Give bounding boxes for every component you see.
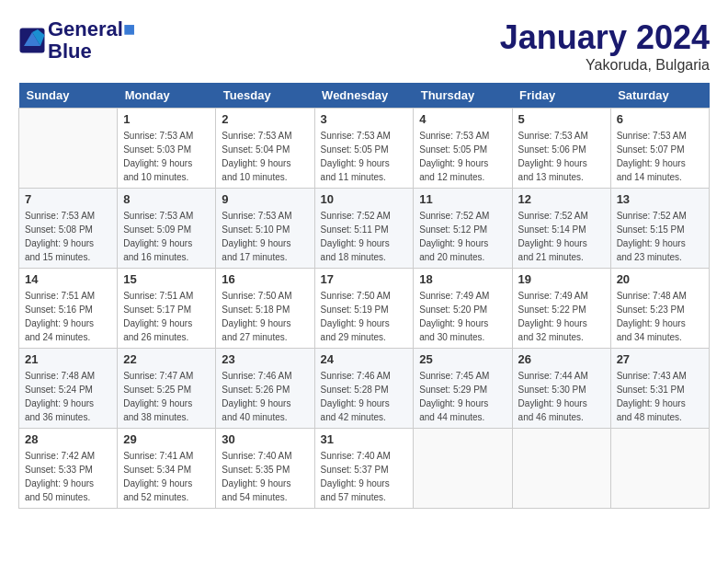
day-number: 7 xyxy=(25,192,111,206)
weekday-header-cell: Sunday xyxy=(19,83,118,109)
day-info: Sunrise: 7:53 AMSunset: 5:10 PMDaylight:… xyxy=(222,209,308,264)
calendar-cell: 12Sunrise: 7:52 AMSunset: 5:14 PMDayligh… xyxy=(512,189,610,269)
day-info: Sunrise: 7:50 AMSunset: 5:18 PMDaylight:… xyxy=(222,289,308,344)
calendar-cell: 2Sunrise: 7:53 AMSunset: 5:04 PMDaylight… xyxy=(216,109,314,189)
day-info: Sunrise: 7:52 AMSunset: 5:14 PMDaylight:… xyxy=(518,209,605,264)
logo-text: General■ Blue xyxy=(48,18,135,63)
calendar-cell: 13Sunrise: 7:52 AMSunset: 5:15 PMDayligh… xyxy=(610,189,709,269)
day-number: 30 xyxy=(222,432,308,446)
calendar-cell: 6Sunrise: 7:53 AMSunset: 5:07 PMDaylight… xyxy=(610,109,709,189)
day-number: 26 xyxy=(518,352,605,366)
calendar-cell: 23Sunrise: 7:46 AMSunset: 5:26 PMDayligh… xyxy=(216,349,314,429)
calendar-cell: 15Sunrise: 7:51 AMSunset: 5:17 PMDayligh… xyxy=(118,269,216,349)
day-info: Sunrise: 7:46 AMSunset: 5:28 PMDaylight:… xyxy=(321,369,408,424)
calendar-cell: 7Sunrise: 7:53 AMSunset: 5:08 PMDaylight… xyxy=(19,189,118,269)
day-number: 10 xyxy=(321,192,408,206)
calendar-cell: 21Sunrise: 7:48 AMSunset: 5:24 PMDayligh… xyxy=(19,349,118,429)
day-info: Sunrise: 7:53 AMSunset: 5:09 PMDaylight:… xyxy=(123,209,210,264)
day-info: Sunrise: 7:52 AMSunset: 5:12 PMDaylight:… xyxy=(419,209,506,264)
calendar-cell: 10Sunrise: 7:52 AMSunset: 5:11 PMDayligh… xyxy=(314,189,414,269)
calendar-cell: 24Sunrise: 7:46 AMSunset: 5:28 PMDayligh… xyxy=(314,349,414,429)
weekday-header-row: SundayMondayTuesdayWednesdayThursdayFrid… xyxy=(19,83,710,109)
calendar-cell: 31Sunrise: 7:40 AMSunset: 5:37 PMDayligh… xyxy=(314,429,414,509)
day-info: Sunrise: 7:47 AMSunset: 5:25 PMDaylight:… xyxy=(123,369,210,424)
day-number: 5 xyxy=(518,112,605,126)
calendar-cell: 14Sunrise: 7:51 AMSunset: 5:16 PMDayligh… xyxy=(19,269,118,349)
calendar-cell: 19Sunrise: 7:49 AMSunset: 5:22 PMDayligh… xyxy=(512,269,610,349)
day-number: 8 xyxy=(123,192,210,206)
day-number: 2 xyxy=(222,112,308,126)
day-info: Sunrise: 7:42 AMSunset: 5:33 PMDaylight:… xyxy=(25,449,111,504)
day-info: Sunrise: 7:49 AMSunset: 5:22 PMDaylight:… xyxy=(518,289,605,344)
calendar-row: 21Sunrise: 7:48 AMSunset: 5:24 PMDayligh… xyxy=(19,349,710,429)
day-number: 29 xyxy=(123,432,210,446)
month-year-title: January 2024 xyxy=(500,18,710,57)
day-number: 14 xyxy=(25,272,111,286)
day-info: Sunrise: 7:40 AMSunset: 5:35 PMDaylight:… xyxy=(222,449,308,504)
day-info: Sunrise: 7:40 AMSunset: 5:37 PMDaylight:… xyxy=(321,449,408,504)
day-number: 21 xyxy=(25,352,111,366)
day-info: Sunrise: 7:53 AMSunset: 5:03 PMDaylight:… xyxy=(123,129,210,184)
day-number: 23 xyxy=(222,352,308,366)
day-number: 27 xyxy=(617,352,703,366)
calendar-cell: 17Sunrise: 7:50 AMSunset: 5:19 PMDayligh… xyxy=(314,269,414,349)
day-number: 22 xyxy=(123,352,210,366)
location-subtitle: Yakoruda, Bulgaria xyxy=(500,57,710,74)
page-header: General■ Blue January 2024 Yakoruda, Bul… xyxy=(18,18,710,74)
day-info: Sunrise: 7:53 AMSunset: 5:08 PMDaylight:… xyxy=(25,209,111,264)
calendar-cell: 4Sunrise: 7:53 AMSunset: 5:05 PMDaylight… xyxy=(414,109,512,189)
calendar-cell: 22Sunrise: 7:47 AMSunset: 5:25 PMDayligh… xyxy=(118,349,216,429)
logo: General■ Blue xyxy=(18,18,135,63)
day-info: Sunrise: 7:53 AMSunset: 5:04 PMDaylight:… xyxy=(222,129,308,184)
calendar-cell: 29Sunrise: 7:41 AMSunset: 5:34 PMDayligh… xyxy=(118,429,216,509)
day-info: Sunrise: 7:49 AMSunset: 5:20 PMDaylight:… xyxy=(419,289,506,344)
day-info: Sunrise: 7:48 AMSunset: 5:23 PMDaylight:… xyxy=(617,289,703,344)
calendar-cell: 11Sunrise: 7:52 AMSunset: 5:12 PMDayligh… xyxy=(414,189,512,269)
calendar-row: 14Sunrise: 7:51 AMSunset: 5:16 PMDayligh… xyxy=(19,269,710,349)
day-info: Sunrise: 7:53 AMSunset: 5:05 PMDaylight:… xyxy=(321,129,408,184)
day-info: Sunrise: 7:53 AMSunset: 5:06 PMDaylight:… xyxy=(518,129,605,184)
day-number: 16 xyxy=(222,272,308,286)
calendar-cell: 20Sunrise: 7:48 AMSunset: 5:23 PMDayligh… xyxy=(610,269,709,349)
day-info: Sunrise: 7:53 AMSunset: 5:05 PMDaylight:… xyxy=(419,129,506,184)
title-block: January 2024 Yakoruda, Bulgaria xyxy=(500,18,710,74)
calendar-cell: 27Sunrise: 7:43 AMSunset: 5:31 PMDayligh… xyxy=(610,349,709,429)
calendar-cell: 5Sunrise: 7:53 AMSunset: 5:06 PMDaylight… xyxy=(512,109,610,189)
day-number: 3 xyxy=(321,112,408,126)
day-number: 31 xyxy=(321,432,408,446)
day-info: Sunrise: 7:52 AMSunset: 5:11 PMDaylight:… xyxy=(321,209,408,264)
calendar-cell xyxy=(414,429,512,509)
calendar-cell: 16Sunrise: 7:50 AMSunset: 5:18 PMDayligh… xyxy=(216,269,314,349)
day-info: Sunrise: 7:41 AMSunset: 5:34 PMDaylight:… xyxy=(123,449,210,504)
weekday-header-cell: Saturday xyxy=(610,83,709,109)
day-info: Sunrise: 7:52 AMSunset: 5:15 PMDaylight:… xyxy=(617,209,703,264)
day-info: Sunrise: 7:46 AMSunset: 5:26 PMDaylight:… xyxy=(222,369,308,424)
calendar-row: 28Sunrise: 7:42 AMSunset: 5:33 PMDayligh… xyxy=(19,429,710,509)
calendar-cell: 1Sunrise: 7:53 AMSunset: 5:03 PMDaylight… xyxy=(118,109,216,189)
calendar-cell: 26Sunrise: 7:44 AMSunset: 5:30 PMDayligh… xyxy=(512,349,610,429)
calendar-row: 7Sunrise: 7:53 AMSunset: 5:08 PMDaylight… xyxy=(19,189,710,269)
day-info: Sunrise: 7:51 AMSunset: 5:17 PMDaylight:… xyxy=(123,289,210,344)
weekday-header-cell: Tuesday xyxy=(216,83,314,109)
weekday-header-cell: Thursday xyxy=(414,83,512,109)
day-info: Sunrise: 7:44 AMSunset: 5:30 PMDaylight:… xyxy=(518,369,605,424)
day-number: 1 xyxy=(123,112,210,126)
day-number: 19 xyxy=(518,272,605,286)
calendar-cell xyxy=(512,429,610,509)
calendar-cell xyxy=(610,429,709,509)
day-info: Sunrise: 7:48 AMSunset: 5:24 PMDaylight:… xyxy=(25,369,111,424)
day-number: 15 xyxy=(123,272,210,286)
day-number: 20 xyxy=(617,272,703,286)
calendar-cell: 30Sunrise: 7:40 AMSunset: 5:35 PMDayligh… xyxy=(216,429,314,509)
day-number: 24 xyxy=(321,352,408,366)
calendar-body: 1Sunrise: 7:53 AMSunset: 5:03 PMDaylight… xyxy=(19,109,710,509)
calendar-cell: 3Sunrise: 7:53 AMSunset: 5:05 PMDaylight… xyxy=(314,109,414,189)
day-number: 25 xyxy=(419,352,506,366)
day-info: Sunrise: 7:51 AMSunset: 5:16 PMDaylight:… xyxy=(25,289,111,344)
calendar-cell xyxy=(19,109,118,189)
calendar-cell: 25Sunrise: 7:45 AMSunset: 5:29 PMDayligh… xyxy=(414,349,512,429)
day-info: Sunrise: 7:50 AMSunset: 5:19 PMDaylight:… xyxy=(321,289,408,344)
weekday-header-cell: Friday xyxy=(512,83,610,109)
day-number: 9 xyxy=(222,192,308,206)
calendar-cell: 9Sunrise: 7:53 AMSunset: 5:10 PMDaylight… xyxy=(216,189,314,269)
